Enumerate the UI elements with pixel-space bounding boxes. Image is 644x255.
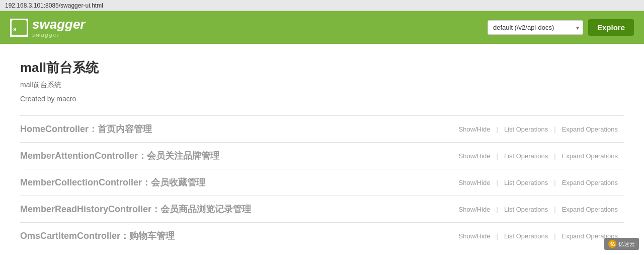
show-hide-link[interactable]: Show/Hide (453, 125, 497, 133)
controller-actions: Show/Hide|List Operations|Expand Operati… (453, 232, 624, 240)
controller-list: HomeController：首页内容管理Show/Hide|List Oper… (20, 115, 624, 249)
watermark: 亿 亿速云 (604, 238, 639, 250)
controller-actions: Show/Hide|List Operations|Expand Operati… (453, 125, 624, 133)
header: s swagger swagger default (/v2/api-docs)… (0, 11, 644, 44)
controller-row: MemberReadHistoryController：会员商品浏览记录管理Sh… (20, 196, 624, 222)
controller-row: MemberCollectionController：会员收藏管理Show/Hi… (20, 169, 624, 196)
show-hide-link[interactable]: Show/Hide (453, 152, 497, 160)
controller-row: HomeController：首页内容管理Show/Hide|List Oper… (20, 115, 624, 142)
logo-text-block: swagger swagger (32, 17, 86, 38)
swagger-logo-icon: s (10, 19, 28, 37)
app-subtitle: mall前台系统 (20, 81, 624, 90)
controller-name: MemberReadHistoryController：会员商品浏览记录管理 (20, 203, 453, 215)
list-operations-link[interactable]: List Operations (498, 232, 554, 240)
show-hide-link[interactable]: Show/Hide (453, 206, 497, 213)
controller-row: OmsCartItemController：购物车管理Show/Hide|Lis… (20, 222, 624, 249)
expand-operations-link[interactable]: Expand Operations (556, 206, 624, 213)
list-operations-link[interactable]: List Operations (498, 179, 554, 186)
explore-button[interactable]: Explore (588, 19, 634, 36)
logo-sub-text: swagger (32, 32, 86, 38)
watermark-text: 亿速云 (618, 240, 635, 248)
url-text: 192.168.3.101:8085/swagger-ui.html (5, 2, 103, 9)
watermark-icon: 亿 (608, 240, 616, 248)
app-author: Created by macro (20, 95, 624, 103)
expand-operations-link[interactable]: Expand Operations (556, 125, 624, 133)
controller-actions: Show/Hide|List Operations|Expand Operati… (453, 206, 624, 213)
list-operations-link[interactable]: List Operations (498, 206, 554, 213)
expand-operations-link[interactable]: Expand Operations (556, 179, 624, 186)
controller-name: MemberCollectionController：会员收藏管理 (20, 176, 453, 188)
main-content: mall前台系统 mall前台系统 Created by macro HomeC… (0, 44, 644, 255)
controller-name: MemberAttentionController：会员关注品牌管理 (20, 150, 453, 162)
controller-actions: Show/Hide|List Operations|Expand Operati… (453, 179, 624, 186)
expand-operations-link[interactable]: Expand Operations (556, 152, 624, 160)
controller-actions: Show/Hide|List Operations|Expand Operati… (453, 152, 624, 160)
header-right: default (/v2/api-docs) Explore (488, 19, 634, 36)
controller-name: OmsCartItemController：购物车管理 (20, 230, 453, 242)
address-bar: 192.168.3.101:8085/swagger-ui.html (0, 0, 644, 11)
controller-name: HomeController：首页内容管理 (20, 123, 453, 135)
list-operations-link[interactable]: List Operations (498, 125, 554, 133)
show-hide-link[interactable]: Show/Hide (453, 232, 497, 240)
app-title: mall前台系统 (20, 59, 624, 77)
list-operations-link[interactable]: List Operations (498, 152, 554, 160)
api-select-wrapper[interactable]: default (/v2/api-docs) (488, 20, 583, 35)
svg-text:s: s (13, 26, 17, 33)
logo-main-text: swagger (32, 17, 86, 32)
show-hide-link[interactable]: Show/Hide (453, 179, 497, 186)
api-docs-select[interactable]: default (/v2/api-docs) (488, 20, 583, 35)
logo-area: s swagger swagger (10, 17, 86, 38)
controller-row: MemberAttentionController：会员关注品牌管理Show/H… (20, 142, 624, 169)
